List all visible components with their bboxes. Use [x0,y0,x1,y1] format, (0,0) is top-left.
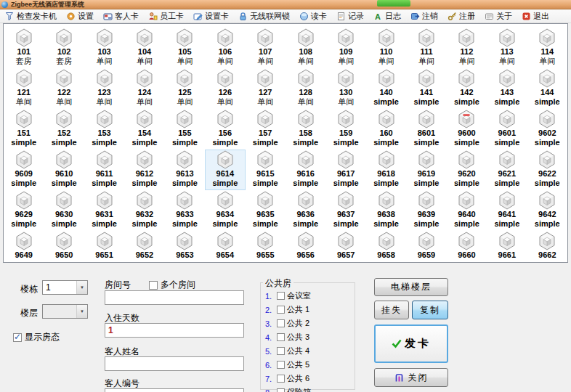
room-9660[interactable]: 9660 [447,231,487,263]
room-112[interactable]: 112单间 [447,28,487,68]
room-9613[interactable]: 9613simple [165,150,205,190]
toolbar-item-logs[interactable]: A日志 [371,10,403,23]
toolbar-item-about[interactable]: 关于 [482,10,514,23]
room-143[interactable]: 143simple [487,68,527,109]
public-room-checkbox[interactable] [277,361,285,369]
room-9600[interactable]: 9600simple [447,109,487,150]
room-9602[interactable]: 9602simple [527,109,567,150]
room-9617[interactable]: 9617simple [325,150,365,190]
building-select[interactable]: 1 ▼ [42,280,88,295]
room-9619[interactable]: 9619simple [406,150,446,190]
show-status-checkbox[interactable] [13,333,22,342]
room-155[interactable]: 155simple [165,109,205,150]
room-9609[interactable]: 9609simple [4,150,44,190]
room-110[interactable]: 110单间 [366,28,406,68]
room-9631[interactable]: 9631simple [84,190,124,231]
room-142[interactable]: 142simple [447,68,487,109]
guest-name-input[interactable] [105,356,244,371]
room-152[interactable]: 152simple [44,109,84,150]
room-113[interactable]: 113单间 [487,28,527,68]
toolbar-item-staff-card[interactable]: 员工卡 [146,10,186,23]
room-151[interactable]: 151simple [4,109,44,150]
room-122[interactable]: 122单间 [44,68,84,109]
room-9652[interactable]: 9652 [124,231,164,263]
room-104[interactable]: 104单间 [124,28,164,68]
room-9649[interactable]: 9649 [4,231,44,263]
room-9633[interactable]: 9633simple [165,190,205,231]
toolbar-item-check-encoder[interactable]: 检查发卡机 [3,10,59,23]
room-158[interactable]: 158simple [286,109,325,150]
room-141[interactable]: 141simple [406,68,446,109]
stay-days-input[interactable] [105,323,244,338]
guest-id-input[interactable] [105,388,244,392]
room-9630[interactable]: 9630simple [44,190,84,231]
toolbar-item-exit[interactable]: 退出 [519,10,551,23]
room-9629[interactable]: 9629simple [4,190,44,231]
room-154[interactable]: 154simple [124,109,164,150]
close-button[interactable]: 关闭 [374,368,448,387]
room-9610[interactable]: 9610simple [44,150,84,190]
room-9635[interactable]: 9635simple [246,190,286,231]
toolbar-item-read-card[interactable]: 读卡 [297,10,329,23]
room-101[interactable]: 101套房 [4,28,44,68]
room-144[interactable]: 144simple [527,68,567,109]
room-9639[interactable]: 9639simple [406,190,446,231]
room-126[interactable]: 126单间 [205,68,245,109]
public-room-checkbox[interactable] [277,292,285,300]
room-9620[interactable]: 9620simple [447,150,487,190]
room-9632[interactable]: 9632simple [124,190,164,231]
room-9611[interactable]: 9611simple [84,150,124,190]
room-111[interactable]: 111单间 [406,28,446,68]
report-loss-button[interactable]: 挂失 [374,301,409,319]
room-9616[interactable]: 9616simple [286,150,325,190]
room-157[interactable]: 157simple [246,109,286,150]
room-102[interactable]: 102套房 [44,28,84,68]
room-9638[interactable]: 9638simple [366,190,406,231]
public-room-checkbox[interactable] [277,319,285,327]
room-127[interactable]: 127单间 [246,68,286,109]
toolbar-item-records[interactable]: 记录 [334,10,366,23]
public-room-checkbox[interactable] [277,333,285,341]
room-9634[interactable]: 9634simple [205,190,245,231]
room-9642[interactable]: 9642simple [527,190,567,231]
chevron-down-icon[interactable]: ▼ [76,305,87,318]
room-153[interactable]: 153simple [84,109,124,150]
room-9618[interactable]: 9618simple [366,150,406,190]
issue-card-button[interactable]: 发卡 [374,324,448,363]
room-114[interactable]: 114单间 [527,28,567,68]
room-106[interactable]: 106单间 [205,28,245,68]
room-9650[interactable]: 9650 [44,231,84,263]
toolbar-item-setup-card[interactable]: 设置卡 [191,10,231,23]
room-159[interactable]: 159simple [325,109,365,150]
room-9612[interactable]: 9612simple [124,150,164,190]
room-9656[interactable]: 9656 [286,231,325,263]
floor-select[interactable]: ▼ [42,304,88,319]
room-9640[interactable]: 9640simple [447,190,487,231]
room-9651[interactable]: 9651 [84,231,124,263]
room-160[interactable]: 160simple [366,109,406,150]
room-109[interactable]: 109单间 [325,28,365,68]
room-9653[interactable]: 9653 [165,231,205,263]
toolbar-item-guest-card[interactable]: 客人卡 [101,10,141,23]
toolbar-item-wireless-lock[interactable]: 无线联网锁 [236,10,292,23]
room-107[interactable]: 107单间 [246,28,286,68]
room-9655[interactable]: 9655 [246,231,286,263]
room-9657[interactable]: 9657 [325,231,365,263]
public-room-checkbox[interactable] [277,375,285,383]
room-9614[interactable]: 9614simple [205,150,245,190]
room-103[interactable]: 103单间 [84,28,124,68]
copy-button[interactable]: 复制 [412,301,448,319]
room-156[interactable]: 156simple [205,109,245,150]
toolbar-item-settings[interactable]: 设置 [64,10,96,23]
room-108[interactable]: 108单间 [286,28,325,68]
room-9659[interactable]: 9659 [406,231,446,263]
public-room-checkbox[interactable] [277,347,285,355]
room-125[interactable]: 125单间 [165,68,205,109]
elevator-floor-button[interactable]: 电梯楼层 [374,278,448,296]
room-9641[interactable]: 9641simple [487,190,527,231]
room-121[interactable]: 121单间 [4,68,44,109]
room-9622[interactable]: 9622simple [527,150,567,190]
room-128[interactable]: 128单间 [286,68,325,109]
chevron-down-icon[interactable]: ▼ [76,281,87,294]
room-9615[interactable]: 9615simple [246,150,286,190]
